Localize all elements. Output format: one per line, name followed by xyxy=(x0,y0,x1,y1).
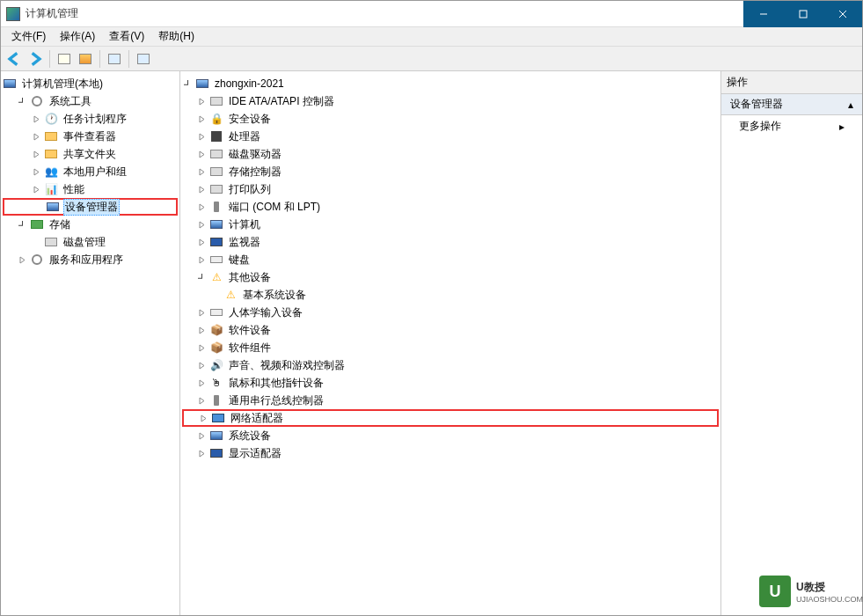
center-pane: zhongxin-2021 IDE ATA/ATAPI 控制器 🔒安全设备 处理… xyxy=(180,71,721,615)
network-icon xyxy=(211,411,225,425)
expand-icon[interactable] xyxy=(196,307,208,319)
tree-root[interactable]: 计算机管理(本地) xyxy=(3,75,178,92)
toolbar-btn-3[interactable] xyxy=(105,49,124,69)
audio-icon: 🔊 xyxy=(209,358,223,372)
device-network[interactable]: 网络适配器 xyxy=(182,409,719,427)
collapse-icon[interactable] xyxy=(196,272,208,283)
device-audio[interactable]: 🔊声音、视频和游戏控制器 xyxy=(182,356,719,374)
menu-action[interactable]: 操作(A) xyxy=(53,27,102,46)
device-system[interactable]: 系统设备 xyxy=(182,427,719,444)
device-cpu[interactable]: 处理器 xyxy=(182,128,719,145)
device-display[interactable]: 显示适配器 xyxy=(182,444,719,462)
menu-file[interactable]: 文件(F) xyxy=(4,27,53,46)
collapse-arrow-icon: ▴ xyxy=(848,99,853,111)
expand-icon[interactable] xyxy=(196,202,208,213)
printer-icon xyxy=(209,182,223,196)
device-label: 打印队列 xyxy=(227,181,273,198)
tree-task-scheduler[interactable]: 🕐 任务计划程序 xyxy=(3,110,178,128)
watermark-url: UJIAOSHOU.COM xyxy=(796,595,863,604)
watermark-brand: U教授 xyxy=(796,581,825,593)
expand-icon[interactable] xyxy=(196,149,208,160)
device-mouse[interactable]: 🖱鼠标和其他指针设备 xyxy=(182,374,719,392)
maximize-button[interactable] xyxy=(783,1,823,27)
device-monitor[interactable]: 监视器 xyxy=(182,233,719,251)
expand-icon[interactable] xyxy=(196,219,208,231)
window-title: 计算机管理 xyxy=(26,6,743,21)
tree-device-manager[interactable]: 设备管理器 xyxy=(3,198,178,216)
device-computer[interactable]: 计算机 xyxy=(182,216,719,233)
expand-icon[interactable] xyxy=(196,96,208,107)
device-ports[interactable]: 端口 (COM 和 LPT) xyxy=(182,198,719,216)
device-security[interactable]: 🔒安全设备 xyxy=(182,110,719,128)
menu-help[interactable]: 帮助(H) xyxy=(151,27,201,46)
expand-icon[interactable] xyxy=(196,378,208,389)
collapse-icon[interactable] xyxy=(17,219,28,231)
device-label: 系统设备 xyxy=(227,428,273,444)
device-diskdrive[interactable]: 磁盘驱动器 xyxy=(182,145,719,163)
expand-icon[interactable] xyxy=(196,360,208,371)
expand-icon[interactable] xyxy=(31,149,42,160)
toolbar-separator xyxy=(99,50,100,68)
expand-icon[interactable] xyxy=(31,166,42,178)
device-swcomp[interactable]: 📦软件组件 xyxy=(182,339,719,356)
expand-icon[interactable] xyxy=(196,448,208,459)
device-other-basic[interactable]: ⚠基本系统设备 xyxy=(182,286,719,304)
menu-view[interactable]: 查看(V) xyxy=(102,27,151,46)
device-label: 处理器 xyxy=(227,128,262,145)
device-ide[interactable]: IDE ATA/ATAPI 控制器 xyxy=(182,92,719,110)
device-other[interactable]: ⚠其他设备 xyxy=(182,268,719,286)
toolbar-separator xyxy=(128,50,129,68)
expand-icon[interactable] xyxy=(196,395,208,407)
expand-icon[interactable] xyxy=(196,430,208,442)
expand-icon[interactable] xyxy=(196,184,208,195)
device-usb[interactable]: 通用串行总线控制器 xyxy=(182,392,719,409)
device-label: zhongxin-2021 xyxy=(213,77,286,91)
tree-label: 共享文件夹 xyxy=(62,146,118,163)
expand-icon[interactable] xyxy=(196,254,208,266)
device-root[interactable]: zhongxin-2021 xyxy=(182,75,719,92)
device-hid[interactable]: 人体学输入设备 xyxy=(182,304,719,321)
expand-icon[interactable] xyxy=(196,166,208,178)
expand-icon[interactable] xyxy=(31,114,42,125)
tree-performance[interactable]: 📊 性能 xyxy=(3,180,178,198)
toolbar-btn-4[interactable] xyxy=(134,49,153,69)
tree-label: 计算机管理(本地) xyxy=(20,76,105,92)
actions-more[interactable]: 更多操作 ▸ xyxy=(721,115,862,137)
expand-icon[interactable] xyxy=(196,325,208,336)
tree-disk-mgmt[interactable]: 磁盘管理 xyxy=(3,233,178,251)
spacer xyxy=(33,202,44,213)
tools-icon xyxy=(30,94,44,108)
tree-local-users[interactable]: 👥 本地用户和组 xyxy=(3,163,178,180)
forward-button[interactable] xyxy=(26,49,45,69)
expand-icon[interactable] xyxy=(31,184,42,195)
actions-category[interactable]: 设备管理器 ▴ xyxy=(721,94,862,115)
tree-services[interactable]: 服务和应用程序 xyxy=(3,251,178,268)
expand-icon[interactable] xyxy=(17,254,28,266)
tree-event-viewer[interactable]: 事件查看器 xyxy=(3,128,178,145)
back-button[interactable] xyxy=(4,49,24,69)
tree-label: 事件查看器 xyxy=(62,128,118,145)
collapse-icon[interactable] xyxy=(182,78,194,90)
expand-icon[interactable] xyxy=(198,413,209,424)
expand-icon[interactable] xyxy=(31,131,42,143)
expand-icon[interactable] xyxy=(196,131,208,143)
device-printqueue[interactable]: 打印队列 xyxy=(182,180,719,198)
tree-storage[interactable]: 存储 xyxy=(3,216,178,233)
expand-icon[interactable] xyxy=(196,342,208,354)
device-label: 其他设备 xyxy=(227,269,273,286)
expand-icon[interactable] xyxy=(196,114,208,125)
expand-icon[interactable] xyxy=(196,237,208,248)
tree-shared-folders[interactable]: 共享文件夹 xyxy=(3,145,178,163)
computer-icon xyxy=(209,217,223,231)
close-button[interactable] xyxy=(823,1,862,27)
device-label: 软件组件 xyxy=(227,340,273,356)
device-storage-ctrl[interactable]: 存储控制器 xyxy=(182,163,719,180)
device-keyboard[interactable]: 键盘 xyxy=(182,251,719,268)
tree-system-tools[interactable]: 系统工具 xyxy=(3,92,178,110)
toolbar-btn-1[interactable] xyxy=(55,49,74,69)
toolbar-btn-2[interactable] xyxy=(76,49,95,69)
minimize-button[interactable] xyxy=(743,1,783,27)
storage-icon xyxy=(30,217,44,231)
collapse-icon[interactable] xyxy=(17,96,28,107)
device-swdev[interactable]: 📦软件设备 xyxy=(182,321,719,339)
